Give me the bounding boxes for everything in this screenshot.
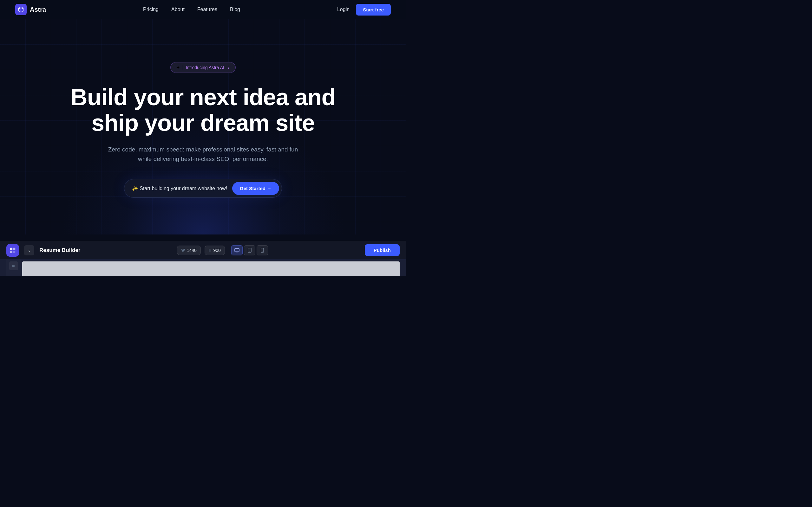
hero-subtitle: Zero code, maximum speed: make professio… [101, 145, 305, 164]
svg-rect-2 [10, 250, 12, 252]
cta-text: ✨ Start building your dream website now! [132, 185, 227, 191]
svg-rect-3 [13, 250, 15, 252]
nav-link-features[interactable]: Features [197, 7, 217, 12]
logo[interactable]: Astra [15, 4, 46, 15]
hero-content: ✦ Introducing Astra AI › Build your next… [70, 62, 335, 198]
desktop-view-button[interactable] [231, 245, 243, 256]
height-label: H [209, 248, 212, 252]
svg-rect-1 [13, 247, 15, 250]
height-value: 900 [213, 248, 221, 253]
project-name: Resume Builder [39, 247, 80, 253]
intro-badge[interactable]: ✦ Introducing Astra AI › [170, 62, 235, 73]
hero-title-line2: ship your dream site [91, 110, 315, 136]
back-button[interactable]: ‹ [24, 245, 34, 256]
sparkle-icon: ✦ [176, 65, 180, 70]
builder-toolbar: ‹ Resume Builder W 1440 H 900 [0, 241, 406, 260]
toolbar-left: ‹ Resume Builder [6, 244, 80, 257]
svg-rect-4 [235, 248, 239, 251]
builder-panel: ‹ Resume Builder W 1440 H 900 [0, 241, 406, 276]
nav-link-blog[interactable]: Blog [230, 7, 240, 12]
get-started-button[interactable]: Get Started → [232, 182, 279, 195]
badge-divider [183, 65, 183, 70]
chevron-right-icon: › [228, 65, 230, 70]
builder-canvas: ⊞ [0, 260, 406, 276]
app-icon-button[interactable] [6, 244, 19, 257]
svg-point-8 [262, 251, 262, 252]
hero-title-line1: Build your next idea and [70, 84, 335, 110]
sidebar-mini-icon-1[interactable]: ⊞ [9, 262, 18, 270]
logo-icon [15, 4, 27, 15]
width-value: 1440 [187, 248, 197, 253]
svg-point-6 [249, 251, 250, 252]
login-button[interactable]: Login [337, 7, 350, 12]
cta-bar: ✨ Start building your dream website now!… [124, 179, 282, 198]
navbar-actions: Login Start free [337, 4, 391, 15]
device-buttons [231, 245, 268, 256]
height-field[interactable]: H 900 [205, 245, 225, 255]
nav-link-about[interactable]: About [171, 7, 185, 12]
width-label: W [181, 248, 185, 252]
toolbar-right: Publish [365, 244, 400, 256]
svg-rect-0 [10, 247, 12, 250]
nav-link-pricing[interactable]: Pricing [143, 7, 159, 12]
hero-title: Build your next idea and ship your dream… [70, 84, 335, 136]
badge-text: Introducing Astra AI [186, 65, 224, 70]
hero-section: ✦ Introducing Astra AI › Build your next… [0, 19, 406, 234]
toolbar-center: W 1440 H 900 [177, 245, 268, 256]
tablet-view-button[interactable] [244, 245, 255, 256]
nav-links: Pricing About Features Blog [143, 7, 240, 12]
navbar: Astra Pricing About Features Blog Login … [0, 0, 406, 19]
mobile-view-button[interactable] [257, 245, 268, 256]
brand-name: Astra [30, 6, 46, 13]
width-field[interactable]: W 1440 [177, 245, 200, 255]
publish-button[interactable]: Publish [365, 244, 400, 256]
start-free-button[interactable]: Start free [356, 4, 391, 15]
